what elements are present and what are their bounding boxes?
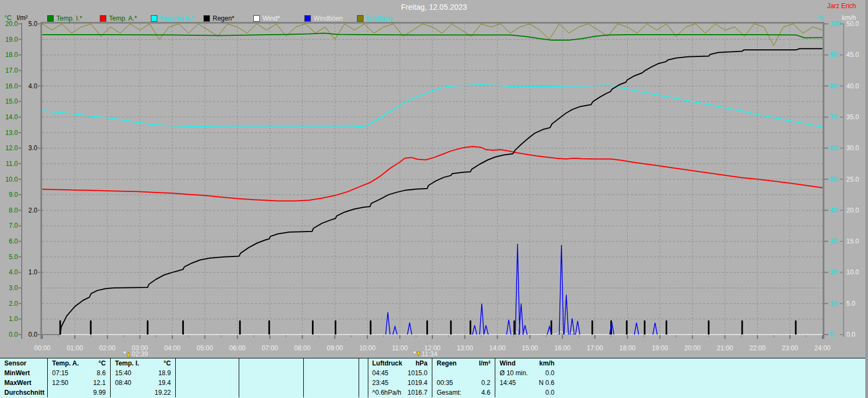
window-edge-shade <box>865 0 868 398</box>
svg-text:60: 60 <box>830 144 838 152</box>
svg-text:16:00: 16:00 <box>554 344 571 352</box>
svg-text:9.0: 9.0 <box>9 191 18 198</box>
svg-text:35.0: 35.0 <box>846 113 859 121</box>
legend-swatch-icon <box>151 15 157 22</box>
svg-text:1.0: 1.0 <box>9 315 18 323</box>
svg-text:15.0: 15.0 <box>846 237 859 245</box>
svg-text:0: 0 <box>830 331 834 338</box>
table-cell: 19.22 <box>111 388 176 397</box>
svg-text:10:00: 10:00 <box>359 344 375 352</box>
svg-text:30: 30 <box>830 237 838 245</box>
table-cell: 9.99 <box>48 388 111 397</box>
table-cell <box>304 388 359 397</box>
table-cell <box>176 368 239 378</box>
table-cell <box>239 388 304 397</box>
marker-time-label: 02:39 <box>132 350 148 358</box>
legend-item-tempa: Temp. A.* <box>100 15 137 22</box>
svg-text:17:00: 17:00 <box>587 344 603 352</box>
svg-text:100: 100 <box>830 20 841 28</box>
svg-text:10.0: 10.0 <box>5 176 18 183</box>
table-row-label: MaxWert <box>0 378 48 388</box>
table-cell: 04:451015.0 <box>368 368 432 378</box>
svg-text:19:00: 19:00 <box>652 344 668 352</box>
table-header-cell: LuftdruckhPa <box>368 358 432 368</box>
legend-label: Regen* <box>213 15 234 22</box>
svg-text:12.0: 12.0 <box>5 144 18 152</box>
svg-text:1.0: 1.0 <box>28 268 37 276</box>
table-header-cell: Windkm/h <box>495 358 559 368</box>
celsius-axis: 0.01.02.03.04.05.06.07.08.09.010.011.012… <box>5 20 22 339</box>
table-cell <box>432 368 495 378</box>
table-cell: 14:45N 0.6 <box>495 378 559 388</box>
table-cell: Gesamt:4.6 <box>432 388 495 397</box>
svg-text:3.0: 3.0 <box>28 144 37 152</box>
svg-text:30.0: 30.0 <box>846 144 859 152</box>
svg-text:16.0: 16.0 <box>5 82 18 90</box>
table-cell: 15:4018.9 <box>111 368 176 378</box>
legend-label: Temp. I.* <box>56 15 82 22</box>
svg-text:2.0: 2.0 <box>9 300 18 307</box>
table-filler-cell <box>559 388 868 397</box>
table-header-cell <box>359 358 368 368</box>
table-cell <box>239 378 304 388</box>
legend-item-windben: Windböen <box>304 15 343 22</box>
table-cell: ^0.6hPa/h1016.7 <box>368 388 432 397</box>
weather-station-app: 0.01.02.03.04.05.06.07.08.09.010.011.012… <box>0 0 868 398</box>
table-cell <box>359 378 368 388</box>
table-header-cell: Regenl/m² <box>432 358 495 368</box>
svg-text:7.0: 7.0 <box>9 222 18 229</box>
table-cell: 23:451019.4 <box>368 378 432 388</box>
svg-text:14:00: 14:00 <box>489 344 506 352</box>
svg-text:0.0: 0.0 <box>28 331 37 338</box>
svg-text:07:00: 07:00 <box>261 344 278 352</box>
svg-text:40: 40 <box>830 207 838 214</box>
legend-swatch-icon <box>304 15 311 22</box>
station-owner-label: Jarz Erich <box>827 2 856 10</box>
table-cell <box>176 388 239 397</box>
svg-text:01:00: 01:00 <box>67 344 83 352</box>
legend-label: Empfang <box>366 15 392 22</box>
legend-item-regen: Regen* <box>203 15 234 22</box>
legend-label: Windböen <box>314 15 343 22</box>
marker-time-label: 11:34 <box>422 350 437 358</box>
rain-tip-ticks <box>59 320 796 335</box>
svg-text:20: 20 <box>830 268 838 276</box>
table-cell: 07:158.6 <box>48 368 111 378</box>
svg-text:4.0: 4.0 <box>28 82 37 90</box>
table-cell <box>304 378 359 388</box>
table-header-cell <box>239 358 304 368</box>
svg-text:06:00: 06:00 <box>229 344 245 352</box>
table-header-cell <box>176 358 239 368</box>
svg-text:04:00: 04:00 <box>164 344 181 352</box>
svg-text:0.0: 0.0 <box>9 331 18 338</box>
svg-text:14.0: 14.0 <box>5 113 18 121</box>
table-cell <box>359 388 368 397</box>
svg-text:08:00: 08:00 <box>294 344 310 352</box>
table-cell: 08:4019.4 <box>111 378 176 388</box>
svg-text:50: 50 <box>830 176 838 183</box>
weather-chart: 0.01.02.03.04.05.06.07.08.09.010.011.012… <box>0 0 868 358</box>
svg-text:15.0: 15.0 <box>5 98 18 105</box>
svg-text:40.0: 40.0 <box>846 82 859 90</box>
legend-item-tempi: Temp. I.* <box>47 15 82 22</box>
svg-text:18:00: 18:00 <box>619 344 635 352</box>
svg-text:23:00: 23:00 <box>782 344 798 352</box>
right-axis-unit-humidity: % <box>818 14 824 22</box>
svg-text:8.0: 8.0 <box>9 207 18 214</box>
legend-item-wind: Wind* <box>253 15 280 22</box>
svg-text:80: 80 <box>830 82 838 90</box>
table-cell: 12:5012.1 <box>48 378 111 388</box>
svg-text:13.0: 13.0 <box>5 129 18 137</box>
table-filler-cell <box>559 358 868 368</box>
svg-text:15:00: 15:00 <box>522 344 538 352</box>
windspeed-axis: 0.05.010.015.020.025.030.035.040.045.050… <box>840 20 859 338</box>
legend-label: Temp. A.* <box>109 15 137 22</box>
svg-text:90: 90 <box>830 51 838 59</box>
moon-set-marker: 11:34 <box>413 350 437 358</box>
table-row-label: Durchschnitt <box>0 388 48 397</box>
legend-swatch-icon <box>47 15 54 22</box>
page-title: Freitag, 12.05.2023 <box>0 3 868 11</box>
svg-text:21:00: 21:00 <box>717 344 733 352</box>
svg-text:13:00: 13:00 <box>457 344 473 352</box>
legend-swatch-icon <box>357 15 363 22</box>
